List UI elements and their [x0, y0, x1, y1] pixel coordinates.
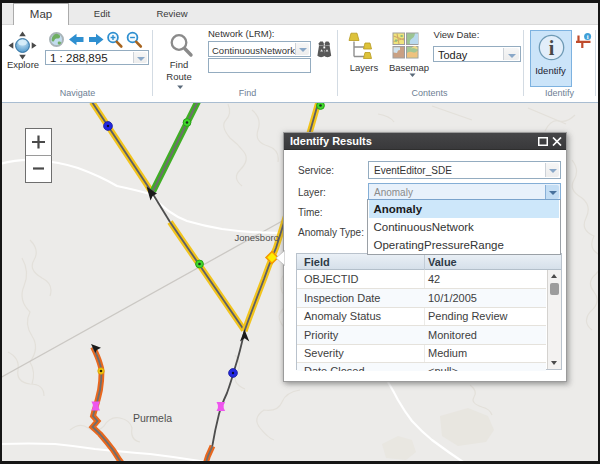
svg-text:Jonesboro: Jonesboro [235, 232, 279, 243]
svg-text:i: i [548, 37, 554, 59]
svg-text:i: i [587, 33, 589, 40]
svg-text:Purmela: Purmela [133, 412, 172, 424]
